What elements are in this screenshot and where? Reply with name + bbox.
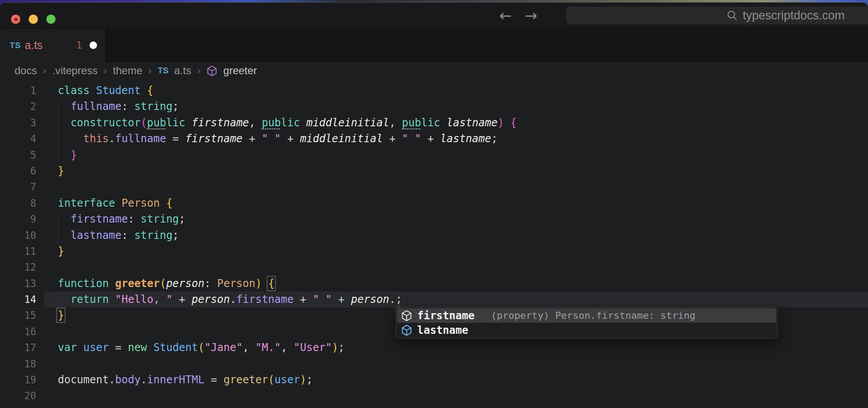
line-number: 3 — [0, 115, 36, 131]
code-token: + — [281, 132, 300, 145]
code-token: ) — [498, 117, 504, 129]
code-line[interactable]: 6} — [0, 163, 868, 179]
tab-filename: a.ts — [25, 39, 42, 52]
line-number: 17 — [0, 340, 36, 355]
code-token: body — [115, 374, 141, 386]
code-line[interactable]: 19document.body.innerHTML = greeter(user… — [0, 372, 868, 388]
line-number: 14 — [0, 291, 36, 307]
code-token: + — [383, 132, 402, 145]
code-token: , — [281, 341, 294, 354]
code-token: ( — [268, 374, 274, 386]
code-token: user — [83, 341, 109, 354]
code-token — [58, 132, 83, 145]
code-line[interactable]: 8interface Person { — [0, 195, 868, 211]
code-line[interactable]: 3 constructor(public firstname, public m… — [0, 115, 868, 131]
minimize-button[interactable] — [29, 15, 38, 24]
code-token: ; — [172, 229, 179, 242]
code-token: Student — [96, 84, 141, 97]
code-token: person — [351, 293, 389, 306]
code-line[interactable]: 7 — [0, 179, 868, 195]
code-token: pub — [147, 117, 166, 129]
suggest-item-lastname[interactable]: lastname — [397, 323, 776, 337]
code-token: string — [134, 229, 172, 242]
back-icon[interactable]: ← — [498, 8, 513, 23]
code-token: ; — [491, 132, 498, 145]
line-number: 1 — [0, 83, 36, 98]
code-token: lic — [281, 117, 300, 129]
code-token: string — [141, 213, 179, 225]
code-line[interactable]: 18 — [0, 356, 868, 372]
suggest-item-firstname[interactable]: firstname(property) Person.firstname: st… — [397, 308, 776, 323]
line-number: 7 — [0, 179, 36, 195]
line-number: 19 — [0, 372, 36, 388]
code-line[interactable]: 13function greeter(person: Person) { — [0, 276, 868, 291]
breadcrumb-item-symbol[interactable]: greeter — [223, 64, 257, 77]
code-token — [504, 117, 510, 129]
code-token: ( — [160, 277, 166, 290]
search-icon — [726, 10, 738, 21]
breadcrumb-item-theme[interactable]: theme — [113, 64, 142, 77]
code-token: greeter — [224, 374, 268, 386]
line-number: 15 — [0, 307, 36, 323]
code-token: = — [109, 341, 128, 354]
code-line[interactable]: 12 — [0, 259, 868, 275]
line-number: 4 — [0, 131, 36, 147]
suggest-label: firstname — [417, 310, 475, 322]
code-line[interactable]: 11} — [0, 243, 868, 259]
code-line[interactable]: 17var user = new Student("Jane", "M.", "… — [0, 340, 868, 355]
code-line[interactable]: 10 lastname: string; — [0, 227, 868, 243]
code-line[interactable]: 2 fullname: string; — [0, 98, 868, 114]
code-line[interactable]: 20 — [0, 388, 868, 404]
code-token: firstname — [236, 293, 294, 306]
line-number: 6 — [0, 163, 36, 179]
code-token: middleinitial — [307, 117, 389, 129]
close-button[interactable] — [11, 15, 20, 24]
code-line[interactable]: 4 this.fullname = firstname + " " + midd… — [0, 131, 868, 147]
line-number: 16 — [0, 324, 36, 340]
code-line[interactable]: 9 firstname: string; — [0, 211, 868, 227]
code-line[interactable]: 5 } — [0, 147, 868, 163]
code-token: . — [230, 293, 236, 306]
breadcrumb-item-file[interactable]: a.ts — [174, 64, 191, 77]
code-token: lastname — [440, 132, 491, 145]
code-token: + — [332, 293, 351, 306]
code-token: fullname — [71, 100, 122, 113]
line-number: 20 — [0, 388, 36, 404]
code-token: : — [204, 277, 217, 290]
code-token: "M." — [255, 341, 281, 354]
chevron-right-icon: › — [197, 65, 201, 76]
code-token: user — [274, 374, 300, 386]
breadcrumb-item-vitepress[interactable]: .vitepress — [52, 64, 98, 77]
code-token: ( — [198, 341, 204, 354]
code-line[interactable]: 14 return "Hello, " + person.firstname +… — [0, 291, 868, 307]
forward-icon[interactable]: → — [523, 8, 539, 23]
typescript-file-icon: TS — [10, 41, 21, 50]
code-token — [58, 100, 71, 113]
code-token: new — [128, 341, 147, 354]
code-token — [58, 117, 71, 129]
code-token: } — [71, 149, 77, 161]
modified-dot-icon[interactable] — [90, 42, 97, 49]
code-token — [58, 149, 71, 161]
code-token — [185, 117, 191, 129]
code-token — [109, 277, 115, 290]
code-token: : — [122, 100, 135, 113]
editor-window: ← → typescriptdocs.com TS a.ts 1 docs › … — [0, 2, 868, 408]
code-line[interactable]: 1class Student { — [0, 83, 868, 98]
zoom-button[interactable] — [46, 15, 56, 24]
code-token — [300, 117, 306, 129]
code-token: } — [58, 165, 64, 177]
code-token: innerHTML — [147, 374, 204, 386]
code-token: Person — [217, 277, 255, 290]
code-token: : — [128, 213, 141, 225]
suggest-label: lastname — [417, 324, 468, 336]
code-area[interactable]: 1class Student {2 fullname: string;3 con… — [0, 79, 868, 404]
code-token: ; — [172, 100, 179, 113]
breadcrumb-item-docs[interactable]: docs — [15, 64, 37, 77]
code-token: + — [294, 293, 313, 306]
code-token: + — [172, 293, 191, 306]
code-token: lic — [421, 117, 440, 129]
code-token: . — [109, 132, 115, 145]
tab-a-ts[interactable]: TS a.ts 1 — [0, 28, 106, 62]
search-bar[interactable]: typescriptdocs.com — [566, 7, 868, 24]
